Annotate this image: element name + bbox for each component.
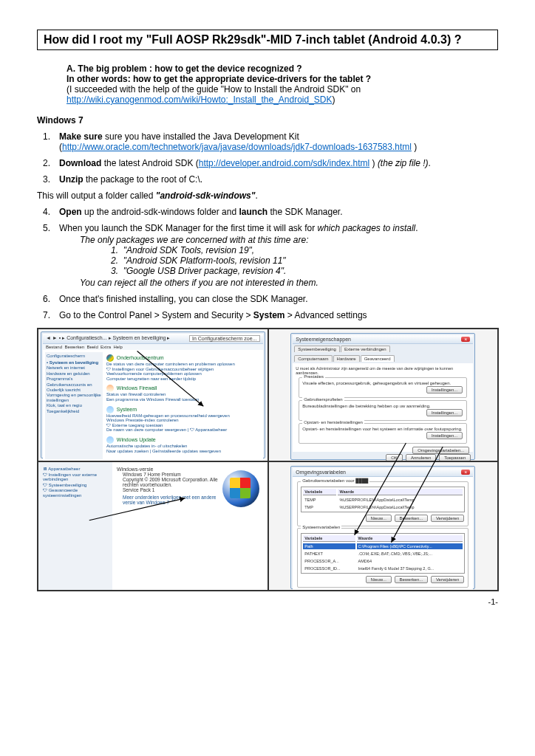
delete-button-2[interactable]: Verwijderen bbox=[431, 576, 464, 583]
cp-systeem[interactable]: Systeem bbox=[117, 406, 137, 411]
os-heading: Windows 7 bbox=[37, 115, 498, 126]
step-7: 7. Go to the Control Panel > System and … bbox=[37, 310, 498, 320]
step-5-packages: 1. "Android SDK Tools, revision 19", 2. … bbox=[59, 245, 498, 276]
main-steps-cont: 4. Open up the android-sdk-windows folde… bbox=[37, 207, 498, 320]
section-a: A. The big problem : how to get the devi… bbox=[37, 63, 498, 105]
step-3: 3. Unzip the package to the root of C:\. bbox=[37, 174, 498, 185]
system-vars-table: VariabeleWaarde PathC:\Program Files (x8… bbox=[301, 533, 465, 574]
step-5-reject: You can reject all the others if you are… bbox=[59, 278, 498, 288]
screenshot-system-properties: Systeemeigenschappen × Systeembeveiligin… bbox=[268, 329, 499, 461]
cyanogenmod-link[interactable]: http://wiki.cyanogenmod.com/wiki/Howto:_… bbox=[67, 94, 333, 105]
firewall-icon bbox=[106, 385, 114, 392]
windows-upgrade-link[interactable]: Meer onderdelen verkrijgen met een ander… bbox=[123, 495, 219, 505]
delete-button[interactable]: Verwijderen bbox=[431, 515, 464, 522]
screenshot-grid: ◄ ► ▪ ▸ Configuratiesch... ▸ Systeem en … bbox=[37, 328, 499, 591]
cp-sidebar: Configuratiescherm • Systeem en beveilig… bbox=[45, 352, 103, 459]
search-box[interactable]: In Configuratiescherm zoe... bbox=[189, 335, 260, 342]
new-button-2[interactable]: Nieuw... bbox=[366, 576, 392, 583]
section-a-paren-post: ) bbox=[333, 94, 335, 105]
cp-onderhoudscentrum[interactable]: Onderhoudscentrum bbox=[117, 355, 164, 360]
main-steps: 1. Make sure sure you have installed the… bbox=[37, 131, 498, 185]
edit-button-2[interactable]: Bewerken... bbox=[395, 576, 429, 583]
ok-button[interactable]: OK bbox=[386, 454, 403, 461]
section-a-paren-pre: (I succeeded with the help of the guide … bbox=[67, 84, 361, 94]
screenshot-system-info: 🖥 Apparaatbeheer 🛡 Instellingen voor ext… bbox=[38, 461, 268, 591]
cp-windows-update[interactable]: Windows Update bbox=[117, 437, 156, 442]
step-1: 1. Make sure sure you have installed the… bbox=[37, 131, 498, 152]
document-title-box: How did I root my "Full AOSP Rk29sdk"-MI… bbox=[37, 30, 498, 50]
sdk-link[interactable]: http://developer.android.com/sdk/index.h… bbox=[199, 158, 369, 168]
settings-button-2[interactable]: Instellingen... bbox=[426, 409, 463, 416]
step-6: 6. Once that's finished installing, you … bbox=[37, 294, 498, 304]
section-a-q1: The big problem : how to get the device … bbox=[78, 63, 301, 74]
section-a-letter: A. bbox=[67, 63, 75, 74]
user-vars-table: VariabeleWaarde TEMP%USERPROFILE%\AppDat… bbox=[301, 487, 465, 512]
page-number: -1- bbox=[37, 597, 498, 606]
step-2: 2. Download the latest Android SDK (http… bbox=[37, 158, 498, 168]
close-icon[interactable]: × bbox=[461, 337, 470, 342]
edit-button[interactable]: Bewerken... bbox=[395, 515, 429, 522]
apply-button[interactable]: Toepassen bbox=[439, 454, 471, 461]
window-titlebar: ◄ ► ▪ ▸ Configuratiesch... ▸ Systeem en … bbox=[43, 334, 263, 344]
screenshot-env-variables: Omgevingsvariabelen × Gebruikersvariabel… bbox=[268, 461, 499, 591]
props-titlebar: Systeemeigenschappen × bbox=[293, 335, 473, 344]
jdk-link[interactable]: http://www.oracle.com/technetwork/java/j… bbox=[62, 142, 412, 152]
step-5: 5. When you launch the SDK Manager for t… bbox=[37, 223, 498, 288]
menubar: Bestand Bewerken Beeld Extra Help bbox=[43, 344, 263, 350]
step-5-sub-intro: The only packages we are concerned with … bbox=[59, 235, 498, 245]
props-tabs: Systeembeveiliging Externe verbindingen bbox=[293, 344, 473, 354]
screenshot-control-panel: ◄ ► ▪ ▸ Configuratiesch... ▸ Systeem en … bbox=[38, 329, 268, 461]
cancel-button[interactable]: Annuleren bbox=[406, 454, 436, 461]
cp-firewall[interactable]: Windows Firewall bbox=[117, 385, 157, 391]
settings-button-3[interactable]: Instellingen... bbox=[426, 432, 463, 439]
flag-icon bbox=[106, 354, 114, 362]
update-icon bbox=[106, 436, 114, 444]
document-title: How did I root my "Full AOSP Rk29sdk"-MI… bbox=[44, 33, 491, 47]
section-a-q2: In other words: how to get the appropria… bbox=[67, 74, 371, 84]
step-3-output: This will output a folder called "androi… bbox=[37, 190, 498, 201]
new-button[interactable]: Nieuw... bbox=[366, 515, 392, 522]
step-4: 4. Open up the android-sdk-windows folde… bbox=[37, 207, 498, 217]
system-icon bbox=[106, 406, 114, 413]
close-icon[interactable]: × bbox=[461, 470, 470, 475]
windows-logo-icon bbox=[222, 470, 259, 507]
settings-button-1[interactable]: Instellingen... bbox=[426, 386, 463, 394]
